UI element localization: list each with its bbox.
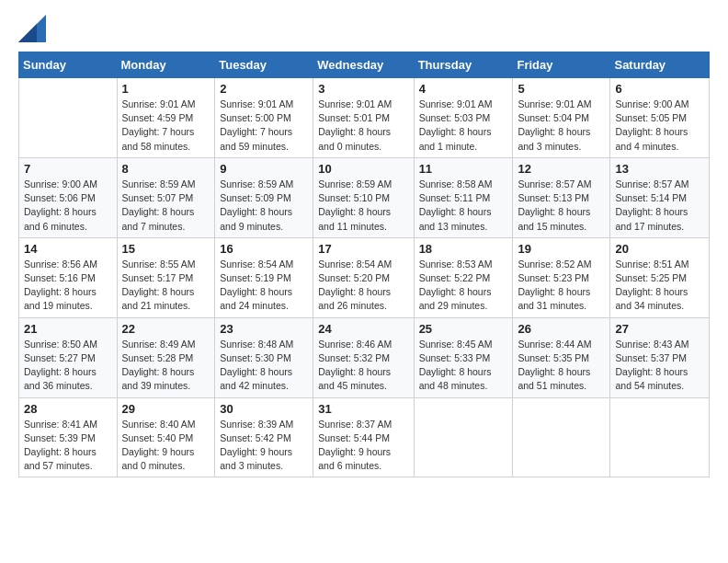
calendar-week-row: 28Sunrise: 8:41 AMSunset: 5:39 PMDayligh… — [19, 397, 710, 477]
day-number: 24 — [318, 322, 408, 336]
day-info: Sunrise: 9:00 AMSunset: 5:06 PMDaylight:… — [24, 178, 112, 234]
day-number: 13 — [615, 162, 704, 176]
day-number: 26 — [518, 322, 605, 336]
day-number: 28 — [24, 402, 112, 416]
day-number: 3 — [318, 82, 408, 96]
calendar-cell: 27Sunrise: 8:43 AMSunset: 5:37 PMDayligh… — [610, 317, 710, 397]
calendar-cell: 10Sunrise: 8:59 AMSunset: 5:10 PMDayligh… — [313, 157, 414, 237]
calendar-cell: 19Sunrise: 8:52 AMSunset: 5:23 PMDayligh… — [513, 237, 610, 317]
day-number: 5 — [518, 82, 605, 96]
calendar-cell: 11Sunrise: 8:58 AMSunset: 5:11 PMDayligh… — [414, 157, 513, 237]
calendar-cell: 28Sunrise: 8:41 AMSunset: 5:39 PMDayligh… — [19, 397, 118, 477]
calendar-cell: 2Sunrise: 9:01 AMSunset: 5:00 PMDaylight… — [215, 78, 313, 158]
calendar-cell — [19, 78, 118, 158]
day-info: Sunrise: 8:49 AMSunset: 5:28 PMDaylight:… — [122, 338, 210, 394]
weekday-header-monday: Monday — [117, 52, 215, 78]
logo — [18, 15, 50, 42]
day-info: Sunrise: 8:59 AMSunset: 5:09 PMDaylight:… — [220, 178, 308, 234]
weekday-header-thursday: Thursday — [414, 52, 513, 78]
calendar-cell: 29Sunrise: 8:40 AMSunset: 5:40 PMDayligh… — [117, 397, 215, 477]
day-number: 9 — [220, 162, 308, 176]
day-number: 2 — [220, 82, 308, 96]
calendar-cell — [414, 397, 513, 477]
day-number: 14 — [24, 242, 112, 256]
day-number: 11 — [419, 162, 508, 176]
day-number: 21 — [24, 322, 112, 336]
day-info: Sunrise: 8:54 AMSunset: 5:19 PMDaylight:… — [220, 258, 308, 314]
day-info: Sunrise: 8:50 AMSunset: 5:27 PMDaylight:… — [24, 338, 112, 394]
day-info: Sunrise: 8:58 AMSunset: 5:11 PMDaylight:… — [419, 178, 508, 234]
day-number: 12 — [518, 162, 605, 176]
day-number: 23 — [220, 322, 308, 336]
calendar-cell: 4Sunrise: 9:01 AMSunset: 5:03 PMDaylight… — [414, 78, 513, 158]
day-number: 17 — [318, 242, 408, 256]
calendar-cell — [610, 397, 710, 477]
calendar-week-row: 1Sunrise: 9:01 AMSunset: 4:59 PMDaylight… — [19, 78, 710, 158]
calendar-cell: 17Sunrise: 8:54 AMSunset: 5:20 PMDayligh… — [313, 237, 414, 317]
calendar-cell: 12Sunrise: 8:57 AMSunset: 5:13 PMDayligh… — [513, 157, 610, 237]
day-number: 29 — [122, 402, 210, 416]
day-info: Sunrise: 8:43 AMSunset: 5:37 PMDaylight:… — [615, 338, 704, 394]
day-info: Sunrise: 9:01 AMSunset: 5:01 PMDaylight:… — [318, 98, 408, 154]
day-info: Sunrise: 8:59 AMSunset: 5:07 PMDaylight:… — [122, 178, 210, 234]
day-info: Sunrise: 8:55 AMSunset: 5:17 PMDaylight:… — [122, 258, 210, 314]
day-info: Sunrise: 8:59 AMSunset: 5:10 PMDaylight:… — [318, 178, 408, 234]
calendar-page: SundayMondayTuesdayWednesdayThursdayFrid… — [0, 0, 728, 563]
weekday-header-sunday: Sunday — [19, 52, 118, 78]
day-info: Sunrise: 9:01 AMSunset: 5:03 PMDaylight:… — [419, 98, 508, 154]
day-number: 10 — [318, 162, 408, 176]
calendar-cell: 5Sunrise: 9:01 AMSunset: 5:04 PMDaylight… — [513, 78, 610, 158]
day-number: 6 — [615, 82, 704, 96]
day-info: Sunrise: 8:56 AMSunset: 5:16 PMDaylight:… — [24, 258, 112, 314]
day-info: Sunrise: 8:57 AMSunset: 5:13 PMDaylight:… — [518, 178, 605, 234]
day-info: Sunrise: 8:37 AMSunset: 5:44 PMDaylight:… — [318, 418, 408, 474]
calendar-cell: 9Sunrise: 8:59 AMSunset: 5:09 PMDaylight… — [215, 157, 313, 237]
day-info: Sunrise: 9:01 AMSunset: 5:00 PMDaylight:… — [220, 98, 308, 154]
calendar-cell: 18Sunrise: 8:53 AMSunset: 5:22 PMDayligh… — [414, 237, 513, 317]
day-info: Sunrise: 8:52 AMSunset: 5:23 PMDaylight:… — [518, 258, 605, 314]
day-number: 22 — [122, 322, 210, 336]
calendar-week-row: 14Sunrise: 8:56 AMSunset: 5:16 PMDayligh… — [19, 237, 710, 317]
day-number: 30 — [220, 402, 308, 416]
day-number: 7 — [24, 162, 112, 176]
weekday-header-row: SundayMondayTuesdayWednesdayThursdayFrid… — [19, 52, 710, 78]
calendar-cell: 21Sunrise: 8:50 AMSunset: 5:27 PMDayligh… — [19, 317, 118, 397]
day-number: 27 — [615, 322, 704, 336]
day-info: Sunrise: 8:51 AMSunset: 5:25 PMDaylight:… — [615, 258, 704, 314]
calendar-cell: 20Sunrise: 8:51 AMSunset: 5:25 PMDayligh… — [610, 237, 710, 317]
calendar-cell: 7Sunrise: 9:00 AMSunset: 5:06 PMDaylight… — [19, 157, 118, 237]
calendar-cell: 25Sunrise: 8:45 AMSunset: 5:33 PMDayligh… — [414, 317, 513, 397]
day-info: Sunrise: 8:48 AMSunset: 5:30 PMDaylight:… — [220, 338, 308, 394]
logo-icon — [18, 15, 46, 42]
day-info: Sunrise: 8:45 AMSunset: 5:33 PMDaylight:… — [419, 338, 508, 394]
calendar-cell: 15Sunrise: 8:55 AMSunset: 5:17 PMDayligh… — [117, 237, 215, 317]
day-number: 15 — [122, 242, 210, 256]
day-info: Sunrise: 8:41 AMSunset: 5:39 PMDaylight:… — [24, 418, 112, 474]
day-info: Sunrise: 8:40 AMSunset: 5:40 PMDaylight:… — [122, 418, 210, 474]
calendar-cell: 3Sunrise: 9:01 AMSunset: 5:01 PMDaylight… — [313, 78, 414, 158]
day-number: 4 — [419, 82, 508, 96]
weekday-header-wednesday: Wednesday — [313, 52, 414, 78]
day-number: 8 — [122, 162, 210, 176]
day-number: 25 — [419, 322, 508, 336]
calendar-cell: 14Sunrise: 8:56 AMSunset: 5:16 PMDayligh… — [19, 237, 118, 317]
svg-marker-1 — [18, 24, 37, 42]
day-info: Sunrise: 8:46 AMSunset: 5:32 PMDaylight:… — [318, 338, 408, 394]
weekday-header-tuesday: Tuesday — [215, 52, 313, 78]
calendar-table: SundayMondayTuesdayWednesdayThursdayFrid… — [18, 52, 710, 477]
calendar-cell: 23Sunrise: 8:48 AMSunset: 5:30 PMDayligh… — [215, 317, 313, 397]
calendar-cell: 16Sunrise: 8:54 AMSunset: 5:19 PMDayligh… — [215, 237, 313, 317]
page-header — [18, 15, 710, 42]
day-number: 31 — [318, 402, 408, 416]
day-number: 18 — [419, 242, 508, 256]
day-info: Sunrise: 9:01 AMSunset: 5:04 PMDaylight:… — [518, 98, 605, 154]
weekday-header-friday: Friday — [513, 52, 610, 78]
calendar-week-row: 21Sunrise: 8:50 AMSunset: 5:27 PMDayligh… — [19, 317, 710, 397]
day-info: Sunrise: 8:44 AMSunset: 5:35 PMDaylight:… — [518, 338, 605, 394]
day-info: Sunrise: 8:39 AMSunset: 5:42 PMDaylight:… — [220, 418, 308, 474]
day-info: Sunrise: 9:00 AMSunset: 5:05 PMDaylight:… — [615, 98, 704, 154]
calendar-cell: 31Sunrise: 8:37 AMSunset: 5:44 PMDayligh… — [313, 397, 414, 477]
calendar-week-row: 7Sunrise: 9:00 AMSunset: 5:06 PMDaylight… — [19, 157, 710, 237]
day-info: Sunrise: 8:57 AMSunset: 5:14 PMDaylight:… — [615, 178, 704, 234]
calendar-cell: 26Sunrise: 8:44 AMSunset: 5:35 PMDayligh… — [513, 317, 610, 397]
